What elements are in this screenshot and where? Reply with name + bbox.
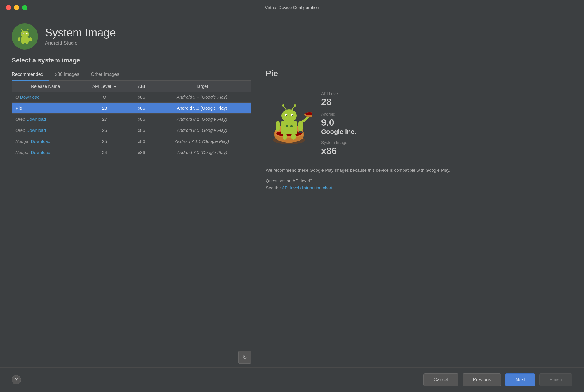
cell-abi: x86	[130, 136, 153, 147]
svg-point-32	[294, 104, 296, 107]
svg-point-1	[21, 31, 29, 38]
table-header-row: Release Name API Level ▼ ABI Target	[12, 81, 251, 92]
cell-release-name: Oreo Download	[12, 114, 79, 125]
android-label: Android	[321, 112, 356, 117]
svg-point-5	[27, 33, 27, 34]
svg-rect-11	[18, 37, 20, 41]
cancel-button[interactable]: Cancel	[423, 373, 458, 386]
download-link[interactable]: Download	[27, 117, 46, 122]
svg-point-35	[290, 125, 293, 127]
table-row[interactable]: Pie28x86Android 9.0 (Google Play)	[12, 103, 251, 114]
api-level-value: 28	[321, 97, 356, 107]
android-version-info: Android 9.0 Google Inc.	[321, 112, 356, 136]
svg-rect-23	[291, 133, 296, 140]
svg-point-4	[22, 33, 23, 34]
cell-api-level: 25	[79, 136, 130, 147]
table-body: Q DownloadQx86Android 9.+ (Google Play)P…	[12, 92, 251, 158]
help-button[interactable]: ?	[12, 375, 21, 384]
vendor-value: Google Inc.	[321, 128, 356, 136]
svg-point-27	[286, 115, 287, 116]
description-line-2: Questions on API level? See the API leve…	[266, 177, 572, 191]
svg-rect-12	[29, 37, 32, 41]
cell-abi: x86	[130, 125, 153, 136]
cell-abi: x86	[130, 92, 153, 103]
cell-api-level: 26	[79, 125, 130, 136]
minimize-button[interactable]	[14, 5, 19, 10]
close-button[interactable]	[6, 5, 11, 10]
description-line-1: We recommend these Google Play images be…	[266, 167, 572, 174]
svg-point-9	[27, 29, 29, 30]
svg-rect-14	[26, 42, 28, 44]
cell-abi: x86	[130, 103, 153, 114]
table-row[interactable]: Oreo Download26x86Android 8.0 (Google Pl…	[12, 125, 251, 136]
api-level-info: API Level 28	[321, 91, 356, 107]
description: We recommend these Google Play images be…	[266, 167, 572, 195]
image-list: Release Name API Level ▼ ABI Target	[12, 81, 251, 158]
col-abi: ABI	[130, 81, 153, 92]
system-image-table: Release Name API Level ▼ ABI Target	[12, 80, 251, 347]
table-row[interactable]: Oreo Download27x86Android 8.1 (Google Pl…	[12, 114, 251, 125]
window-title: Virtual Device Configuration	[265, 5, 319, 10]
col-target: Target	[153, 81, 251, 92]
svg-point-28	[292, 115, 293, 116]
maximize-button[interactable]	[22, 5, 27, 10]
tab-recommended[interactable]: Recommended	[12, 69, 49, 80]
header-text: System Image Android Studio	[45, 27, 116, 46]
previous-button[interactable]: Previous	[463, 373, 501, 386]
header-title: System Image	[45, 27, 116, 39]
android-value: 9.0	[321, 117, 356, 128]
android-studio-logo-icon	[16, 28, 34, 45]
tab-x86images[interactable]: x86 Images	[55, 69, 85, 80]
system-image-info: System Image x86	[321, 140, 356, 156]
tabs: Recommended x86 Images Other Images	[12, 69, 251, 80]
tab-otherimages[interactable]: Other Images	[91, 69, 125, 80]
cell-target: Android 8.1 (Google Play)	[153, 114, 251, 125]
selected-image-name: Pie	[266, 69, 572, 82]
download-link[interactable]: Download	[31, 139, 51, 144]
refresh-icon: ↻	[243, 354, 247, 360]
col-api-level[interactable]: API Level ▼	[79, 81, 130, 92]
page-title: Select a system image	[0, 57, 584, 69]
svg-point-34	[286, 125, 288, 127]
sort-arrow-icon: ▼	[113, 85, 117, 89]
svg-point-31	[282, 104, 284, 107]
android-image-area: API Level 28 Android 9.0 Google Inc. Sys…	[266, 91, 572, 156]
cell-release-name: Oreo Download	[12, 125, 79, 136]
left-panel: Recommended x86 Images Other Images Rele…	[12, 69, 251, 367]
cell-target: Android 8.0 (Google Play)	[153, 125, 251, 136]
system-image-label: System Image	[321, 140, 356, 145]
table-row[interactable]: Nougat Download25x86Android 7.1.1 (Googl…	[12, 136, 251, 147]
download-link[interactable]: Download	[31, 150, 51, 155]
titlebar: Virtual Device Configuration	[0, 0, 584, 15]
refresh-button[interactable]: ↻	[238, 351, 251, 364]
system-image-value: x86	[321, 146, 356, 156]
next-button[interactable]: Next	[505, 373, 535, 386]
system-info: API Level 28 Android 9.0 Google Inc. Sys…	[321, 91, 356, 156]
cell-abi: x86	[130, 114, 153, 125]
svg-point-24	[281, 109, 297, 122]
cell-api-level: 28	[79, 103, 130, 114]
download-link[interactable]: Download	[20, 94, 40, 99]
api-level-label: API Level	[321, 91, 356, 96]
footer-left: ?	[12, 375, 21, 384]
android-mascot-icon	[266, 101, 312, 147]
cell-release-name: Nougat Download	[12, 136, 79, 147]
download-link[interactable]: Download	[27, 128, 46, 133]
col-release-name: Release Name	[12, 81, 79, 92]
main-window: System Image Android Studio Select a sys…	[0, 15, 584, 392]
header: System Image Android Studio	[0, 15, 584, 57]
logo	[12, 23, 38, 50]
cell-target: Android 7.1.1 (Google Play)	[153, 136, 251, 147]
finish-button: Finish	[539, 373, 572, 386]
cell-release-name: Pie	[12, 103, 79, 114]
cell-target: Android 9.0 (Google Play)	[153, 103, 251, 114]
svg-rect-20	[276, 121, 280, 131]
table-row[interactable]: Nougat Download24x86Android 7.0 (Google …	[12, 147, 251, 158]
api-level-chart-link[interactable]: API level distribution chart	[282, 185, 332, 190]
svg-point-8	[21, 29, 22, 30]
cell-api-level: 27	[79, 114, 130, 125]
cell-release-name: Q Download	[12, 92, 79, 103]
cell-target: Android 9.+ (Google Play)	[153, 92, 251, 103]
right-panel: Pie	[251, 69, 572, 367]
table-row[interactable]: Q DownloadQx86Android 9.+ (Google Play)	[12, 92, 251, 103]
